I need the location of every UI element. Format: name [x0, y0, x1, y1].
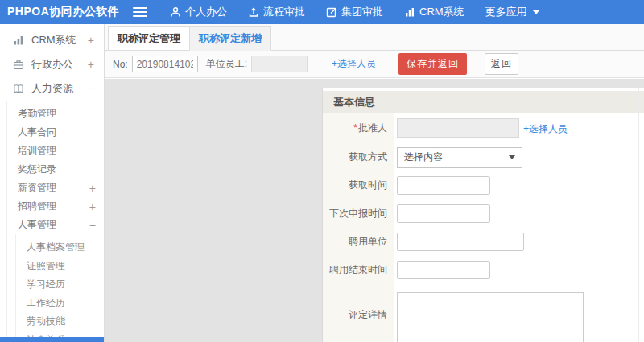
employer-label: 聘用单位 [323, 235, 394, 249]
sidebar-item-personnel[interactable]: 人事管理 − [7, 216, 104, 234]
caret-down-icon [509, 155, 515, 159]
chart-icon [404, 6, 415, 18]
user-icon [170, 6, 181, 18]
nav-item-workflow-approval[interactable]: 流程审批 [248, 5, 305, 19]
sidebar-item-label: 人事档案管理 [27, 241, 85, 254]
nav-item-more-apps[interactable]: 更多应用 [485, 5, 539, 19]
edit-icon [326, 6, 337, 18]
no-label: No: [113, 59, 128, 70]
approver-input[interactable] [397, 118, 519, 138]
sidebar-item-recruitment[interactable]: 招聘管理 + [7, 197, 104, 216]
employee-label: 单位员工: [206, 57, 247, 71]
sidebar-item-work-history[interactable]: 工作经历 [16, 294, 104, 312]
sidebar-item-training[interactable]: 培训管理 [7, 142, 104, 160]
form-row-acquire-method: 获取方式 选择内容 [323, 143, 644, 171]
nav-item-label: 个人办公 [185, 5, 227, 19]
expand-icon[interactable]: + [88, 35, 94, 46]
form-row-employment-end-time: 聘用结束时间 [323, 256, 644, 284]
form-row-employer: 聘用单位 [323, 228, 644, 256]
sidebar-item-label: 劳动技能 [27, 315, 65, 328]
send-icon [248, 6, 259, 18]
sidebar: CRM系统 + 行政办公 + 人力资源 [0, 24, 105, 342]
expand-icon[interactable]: + [89, 201, 96, 212]
back-button[interactable]: 返回 [485, 53, 518, 75]
nav-item-label: 集团审批 [341, 5, 383, 19]
chart-icon [13, 35, 26, 46]
tab-title-evaluation-new[interactable]: 职称评定新增 [189, 26, 271, 51]
evaluation-detail-textarea[interactable] [397, 292, 584, 342]
hamburger-menu-icon[interactable] [133, 7, 147, 17]
section-header: 基本信息 [323, 91, 644, 113]
collapse-icon[interactable]: − [88, 83, 94, 94]
briefcase-icon [13, 59, 26, 70]
nav-item-group-approval[interactable]: 集团审批 [326, 5, 383, 19]
expand-icon[interactable]: + [88, 59, 94, 70]
required-mark: * [353, 122, 357, 134]
sidebar-submenu-personnel: 人事档案管理 证照管理 学习经历 工作经历 劳动技能 社会关 [15, 234, 104, 342]
approver-label: *批准人 [323, 122, 394, 135]
sidebar-item-label: 证照管理 [27, 259, 65, 273]
sidebar-item-attendance[interactable]: 考勤管理 [7, 105, 104, 123]
nav-item-label: 更多应用 [485, 5, 527, 19]
section-title: 基本信息 [333, 95, 375, 109]
acquire-method-label: 获取方式 [323, 150, 394, 164]
evaluation-detail-label: 评定详情 [323, 308, 394, 322]
tab-label: 职称评定管理 [118, 32, 180, 44]
book-icon [13, 83, 26, 94]
tab-title-evaluation-manage[interactable]: 职称评定管理 [108, 26, 190, 51]
sidebar-item-labor-skills[interactable]: 劳动技能 [16, 312, 104, 331]
sidebar-item-label: 招聘管理 [18, 200, 56, 213]
acquire-method-select[interactable]: 选择内容 [397, 147, 522, 168]
sidebar-item-admin-office[interactable]: 行政办公 + [0, 52, 104, 76]
sidebar-item-label: 奖惩记录 [18, 163, 56, 176]
nav-item-label: CRM系统 [419, 5, 464, 19]
app-window: PHPOA协同办公软件 个人办公 流程审批 [0, 0, 644, 342]
collapse-icon[interactable]: − [89, 220, 96, 231]
sidebar-item-reward-punishment[interactable]: 奖惩记录 [7, 160, 104, 179]
sidebar-item-education-history[interactable]: 学习经历 [16, 275, 104, 294]
employment-end-time-label: 聘用结束时间 [323, 263, 394, 277]
save-and-return-button[interactable]: 保存并返回 [398, 53, 467, 75]
sidebar-item-label: 薪资管理 [18, 181, 56, 195]
sidebar-item-label: 人事合同 [18, 126, 56, 139]
sidebar-item-label: 学习经历 [27, 278, 65, 291]
sidebar-item-hr[interactable]: 人力资源 − [0, 76, 104, 101]
sidebar-item-certificates[interactable]: 证照管理 [16, 257, 104, 275]
sidebar-submenu-hr: 考勤管理 人事合同 培训管理 奖惩记录 薪资管理 + 招聘管理 + [6, 101, 104, 342]
employee-input[interactable] [251, 56, 308, 72]
nav-item-crm[interactable]: CRM系统 [404, 5, 464, 19]
sidebar-item-hr-contract[interactable]: 人事合同 [7, 123, 104, 142]
employment-end-time-input[interactable] [397, 261, 490, 279]
sidebar-item-crm[interactable]: CRM系统 + [0, 28, 104, 52]
tab-label: 职称评定新增 [199, 32, 262, 44]
next-apply-time-label: 下次申报时间 [323, 207, 394, 220]
sidebar-item-label: 考勤管理 [18, 107, 56, 121]
sidebar-item-label: 行政办公 [31, 57, 73, 72]
form-row-evaluation-detail: 评定详情 [323, 284, 644, 342]
sidebar-item-salary[interactable]: 薪资管理 + [7, 179, 104, 197]
top-nav-menu: 个人办公 流程审批 集团审批 [170, 5, 539, 19]
acquire-time-label: 获取时间 [323, 179, 394, 192]
employer-input[interactable] [397, 233, 524, 251]
top-navbar: PHPOA协同办公软件 个人办公 流程审批 [0, 0, 644, 24]
next-apply-time-input[interactable] [397, 204, 490, 223]
expand-icon[interactable]: + [89, 183, 96, 194]
form-row-next-apply-time: 下次申报时间 [323, 200, 644, 228]
content-area: 基本信息 *批准人 +选择人员 [105, 79, 644, 342]
select-person-link-form[interactable]: +选择人员 [523, 123, 568, 134]
sidebar-item-personnel-files[interactable]: 人事档案管理 [16, 238, 104, 257]
no-input[interactable] [132, 56, 198, 72]
sidebar-bottom-bar [0, 337, 105, 342]
caret-down-icon [533, 10, 539, 14]
main-area: 职称评定管理 职称评定新增 No: 单位员工: +选择人员 保存并返回 返回 基… [105, 24, 644, 342]
toolbar: No: 单位员工: +选择人员 保存并返回 返回 [105, 51, 644, 78]
nav-item-personal-office[interactable]: 个人办公 [170, 5, 227, 19]
acquire-time-input[interactable] [397, 176, 490, 195]
select-value: 选择内容 [404, 150, 443, 164]
sidebar-menu: CRM系统 + 行政办公 + 人力资源 [0, 24, 104, 342]
sidebar-item-label: 工作经历 [27, 296, 65, 310]
sidebar-item-label: 培训管理 [18, 144, 56, 158]
form: *批准人 +选择人员 获取方式 选择内容 [323, 113, 644, 342]
select-person-link[interactable]: +选择人员 [332, 57, 376, 71]
tab-bar: 职称评定管理 职称评定新增 [105, 24, 644, 51]
